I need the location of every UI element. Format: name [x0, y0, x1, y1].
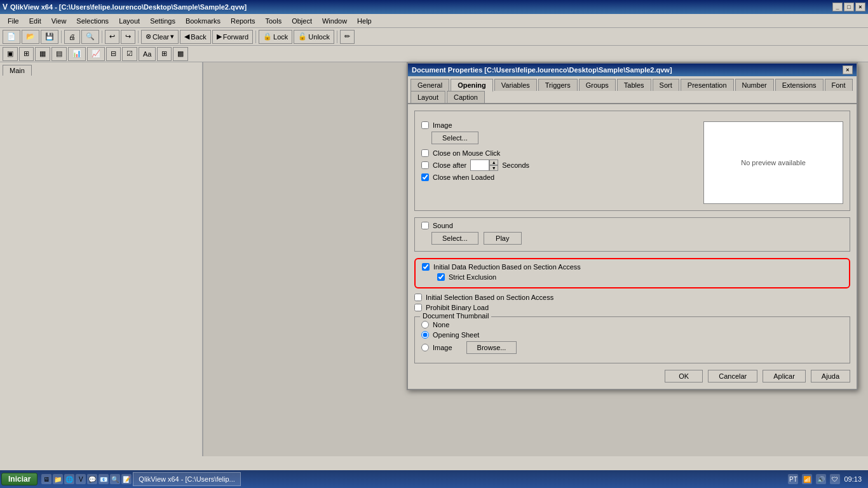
preview-button[interactable]: 🔍 — [81, 30, 99, 44]
data-reduction-row: Initial Data Reduction Based on Section … — [422, 263, 843, 271]
design-button[interactable]: ✏ — [340, 30, 355, 44]
tab-caption[interactable]: Caption — [447, 91, 485, 103]
menu-view[interactable]: View — [46, 16, 72, 26]
unlock-button[interactable]: 🔓 Unlock — [294, 30, 334, 44]
back-icon: ◀ — [184, 32, 189, 41]
menu-help[interactable]: Help — [352, 16, 377, 26]
new-button[interactable]: 📄 — [3, 30, 20, 44]
tb2-btn2[interactable]: ⊞ — [19, 47, 34, 61]
undo-button[interactable]: ↩ — [105, 30, 119, 44]
sound-select-button[interactable]: Select... — [431, 232, 478, 245]
tray-icon-network[interactable]: 📶 — [802, 474, 812, 484]
apply-button[interactable]: Aplicar — [763, 370, 806, 383]
tab-number[interactable]: Number — [735, 79, 774, 91]
tab-general[interactable]: General — [410, 79, 449, 91]
tb2-btn8[interactable]: ☑ — [122, 47, 137, 61]
seconds-input[interactable] — [470, 159, 489, 171]
taskbar-icon-7[interactable]: 🔍 — [110, 474, 120, 484]
taskbar-icon-6[interactable]: 📧 — [98, 474, 109, 484]
tray-icon-security[interactable]: 🛡 — [830, 474, 840, 484]
tb2-btn6[interactable]: 📈 — [87, 47, 105, 61]
taskbar-icon-1[interactable]: 🖥 — [41, 474, 51, 484]
sidebar-tab-main[interactable]: Main — [3, 65, 32, 76]
thumbnail-opening-radio[interactable] — [421, 331, 429, 339]
tray-icon-lang[interactable]: PT — [788, 474, 798, 484]
tb2-btn3[interactable]: ▦ — [35, 47, 50, 61]
image-select-button[interactable]: Select... — [431, 132, 478, 144]
tab-layout[interactable]: Layout — [410, 91, 445, 103]
tab-extensions[interactable]: Extensions — [775, 79, 824, 91]
tab-presentation[interactable]: Presentation — [681, 79, 734, 91]
tab-opening[interactable]: Opening — [451, 79, 493, 92]
open-button[interactable]: 📂 — [22, 30, 39, 44]
strict-exclusion-checkbox[interactable] — [437, 273, 445, 281]
tb2-btn9[interactable]: Aa — [139, 47, 156, 61]
strict-exclusion-row: Strict Exclusion — [437, 273, 843, 281]
data-reduction-checkbox[interactable] — [422, 263, 430, 271]
save-button[interactable]: 💾 — [41, 30, 58, 44]
tab-tables[interactable]: Tables — [617, 79, 651, 91]
close-when-loaded-checkbox[interactable] — [421, 173, 429, 181]
tray-icon-volume[interactable]: 🔊 — [816, 474, 826, 484]
tab-triggers[interactable]: Triggers — [538, 79, 578, 91]
menu-edit[interactable]: Edit — [24, 16, 46, 26]
menu-tools[interactable]: Tools — [260, 16, 287, 26]
close-button[interactable]: × — [855, 3, 865, 11]
spinner-down-button[interactable]: ▼ — [489, 165, 498, 171]
close-after-checkbox[interactable] — [421, 161, 429, 169]
tb2-btn11[interactable]: ▩ — [173, 47, 188, 61]
tab-font[interactable]: Font — [825, 79, 853, 91]
taskbar-icon-8[interactable]: 📝 — [121, 474, 132, 484]
tb2-btn7[interactable]: ⊟ — [106, 47, 121, 61]
help-button[interactable]: Ajuda — [811, 370, 850, 383]
image-label: Image — [433, 121, 452, 129]
tab-groups[interactable]: Groups — [579, 79, 616, 91]
sound-group-box: Sound Select... Play — [414, 217, 850, 252]
forward-button[interactable]: ▶ Forward — [212, 30, 253, 44]
minimize-button[interactable]: _ — [832, 3, 843, 11]
thumbnail-opening-label: Opening Sheet — [433, 331, 479, 339]
menu-window[interactable]: Window — [317, 16, 352, 26]
clear-icon: ⊗ — [146, 32, 151, 41]
menu-object[interactable]: Object — [287, 16, 317, 26]
tab-variables[interactable]: Variables — [494, 79, 537, 91]
back-button[interactable]: ◀ Back — [180, 30, 210, 44]
tab-sort[interactable]: Sort — [653, 79, 679, 91]
prohibit-binary-checkbox[interactable] — [414, 304, 422, 311]
lock-button[interactable]: 🔒 Lock — [259, 30, 292, 44]
initial-selection-checkbox[interactable] — [414, 294, 422, 301]
taskbar-icon-2[interactable]: 📁 — [53, 474, 63, 484]
restore-button[interactable]: □ — [844, 3, 854, 11]
taskbar-icon-5[interactable]: 💬 — [87, 474, 97, 484]
sound-play-button[interactable]: Play — [484, 232, 522, 245]
thumbnail-browse-button[interactable]: Browse... — [466, 341, 517, 354]
clear-button[interactable]: ⊗ Clear ▾ — [141, 30, 179, 44]
ok-button[interactable]: OK — [665, 370, 703, 383]
tb2-btn4[interactable]: ▤ — [51, 47, 67, 61]
redo-button[interactable]: ↪ — [121, 30, 135, 44]
toolbar-main: 📄 📂 💾 🖨 🔍 ↩ ↪ ⊗ Clear ▾ ◀ Back ▶ Forward… — [0, 28, 868, 46]
print-button[interactable]: 🖨 — [64, 30, 80, 44]
menu-reports[interactable]: Reports — [226, 16, 261, 26]
image-checkbox[interactable] — [421, 121, 429, 129]
menu-bookmarks[interactable]: Bookmarks — [180, 16, 226, 26]
sound-checkbox[interactable] — [421, 222, 429, 229]
taskbar-active-item[interactable]: QlikView x64 - [C:\Users\felip... — [133, 472, 240, 486]
tb2-btn10[interactable]: ⊞ — [157, 47, 172, 61]
tb2-btn5[interactable]: 📊 — [68, 47, 86, 61]
start-button[interactable]: Iniciar — [1, 473, 37, 485]
menu-settings[interactable]: Settings — [145, 16, 180, 26]
taskbar-icon-3[interactable]: 🌐 — [64, 474, 74, 484]
taskbar-icon-4[interactable]: V — [76, 474, 86, 484]
menu-layout[interactable]: Layout — [114, 16, 145, 26]
spinner-up-button[interactable]: ▲ — [489, 159, 498, 165]
seconds-spinner[interactable]: ▲ ▼ — [470, 159, 498, 171]
menu-file[interactable]: File — [3, 16, 24, 26]
thumbnail-none-radio[interactable] — [421, 321, 429, 329]
thumbnail-image-radio[interactable] — [421, 344, 429, 351]
cancel-button[interactable]: Cancelar — [708, 370, 757, 383]
tb2-btn1[interactable]: ▣ — [3, 47, 18, 61]
dialog-close-button[interactable]: × — [843, 65, 853, 74]
close-mouse-click-checkbox[interactable] — [421, 149, 429, 157]
menu-selections[interactable]: Selections — [71, 16, 114, 26]
